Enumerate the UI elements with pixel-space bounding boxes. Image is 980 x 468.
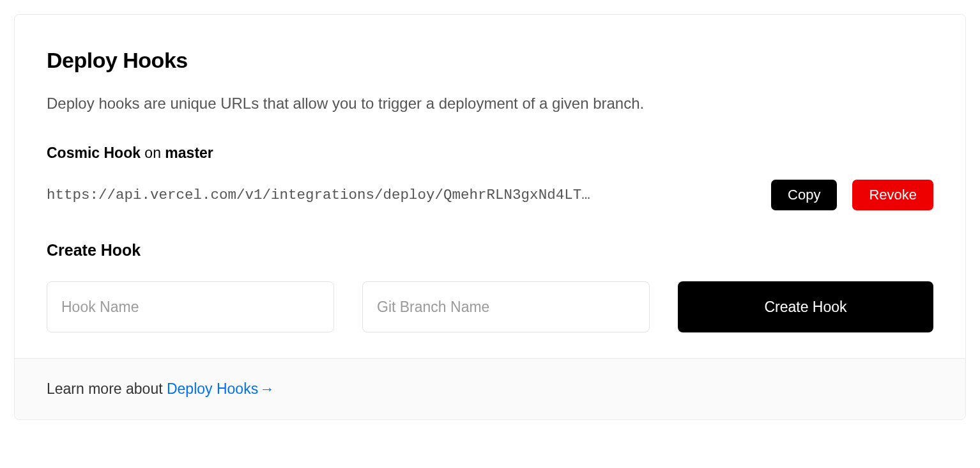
card-body: Deploy Hooks Deploy hooks are unique URL…	[15, 15, 965, 358]
hook-name: Cosmic Hook	[47, 144, 141, 161]
git-branch-input[interactable]	[362, 281, 650, 332]
create-hook-button[interactable]: Create Hook	[678, 281, 933, 332]
revoke-button[interactable]: Revoke	[852, 180, 933, 210]
hook-row: https://api.vercel.com/v1/integrations/d…	[47, 180, 933, 210]
deploy-hooks-card: Deploy Hooks Deploy hooks are unique URL…	[14, 14, 966, 420]
hook-name-input[interactable]	[47, 281, 334, 332]
hook-on-text: on	[141, 144, 165, 161]
arrow-right-icon: →	[259, 380, 274, 398]
page-title: Deploy Hooks	[47, 48, 933, 73]
hook-branch: master	[165, 144, 213, 161]
copy-button[interactable]: Copy	[771, 180, 837, 210]
create-hook-row: Create Hook	[47, 281, 933, 332]
card-footer: Learn more about Deploy Hooks →	[15, 358, 965, 419]
hook-url: https://api.vercel.com/v1/integrations/d…	[47, 187, 756, 203]
deploy-hooks-link[interactable]: Deploy Hooks	[167, 380, 258, 397]
hook-header: Cosmic Hook on master	[47, 144, 933, 162]
page-description: Deploy hooks are unique URLs that allow …	[47, 92, 933, 115]
footer-prefix: Learn more about	[47, 380, 167, 397]
create-hook-heading: Create Hook	[47, 241, 933, 260]
